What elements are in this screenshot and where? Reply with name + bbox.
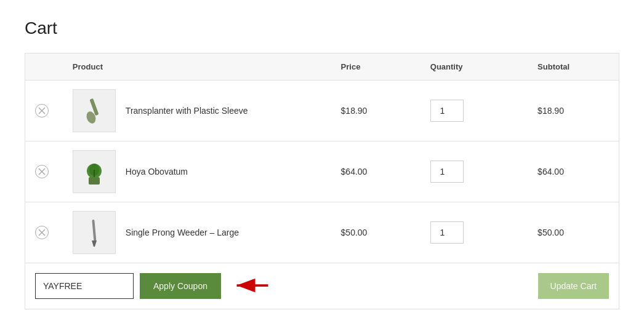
- table-row: Transplanter with Plastic Sleeve $18.90 …: [25, 81, 619, 141]
- update-cart-cell: Update Cart: [528, 263, 619, 309]
- table-header-row: Product Price Quantity Subtotal: [25, 54, 619, 81]
- coupon-area-cell: Apply Coupon: [25, 263, 421, 309]
- quantity-input-2[interactable]: [430, 221, 464, 244]
- quantity-cell-1: [421, 141, 528, 202]
- remove-button-2[interactable]: [35, 226, 49, 239]
- remove-cell-0: [25, 81, 63, 141]
- col-header-price: Price: [331, 54, 421, 81]
- update-cart-button[interactable]: Update Cart: [538, 273, 609, 299]
- quantity-input-0[interactable]: [430, 100, 464, 122]
- svg-rect-12: [92, 220, 96, 243]
- product-image-2: [73, 211, 116, 254]
- col-header-product: Product: [63, 54, 331, 81]
- col-header-subtotal: Subtotal: [528, 54, 619, 81]
- coupon-input[interactable]: [35, 273, 134, 299]
- price-cell-2: $50.00: [331, 202, 421, 263]
- remove-cell-2: [25, 202, 63, 263]
- table-row: Single Prong Weeder – Large $50.00 $50.0…: [25, 202, 619, 263]
- quantity-cell-2: [421, 202, 528, 263]
- quantity-input-1[interactable]: [430, 161, 464, 183]
- price-cell-1: $64.00: [331, 141, 421, 202]
- price-cell-0: $18.90: [331, 81, 421, 141]
- product-name-0: Transplanter with Plastic Sleeve: [126, 106, 248, 116]
- arrow-indicator: [232, 276, 269, 296]
- subtotal-cell-1: $64.00: [528, 141, 619, 202]
- coupon-area: Apply Coupon: [35, 273, 411, 299]
- col-header-quantity: Quantity: [421, 54, 528, 81]
- product-image-1: [73, 150, 116, 193]
- product-cell-2: Single Prong Weeder – Large: [63, 202, 331, 263]
- remove-cell-1: [25, 141, 63, 202]
- product-name-2: Single Prong Weeder – Large: [126, 228, 239, 237]
- table-row: Hoya Obovatum $64.00 $64.00: [25, 141, 619, 202]
- cart-table: Product Price Quantity Subtotal: [25, 53, 619, 309]
- product-name-1: Hoya Obovatum: [126, 167, 188, 177]
- empty-coupon-cell: [421, 263, 528, 309]
- coupon-row: Apply Coupon Upd: [25, 263, 619, 309]
- subtotal-cell-0: $18.90: [528, 81, 619, 141]
- product-image-0: [73, 89, 116, 132]
- col-header-remove: [25, 54, 63, 81]
- remove-button-0[interactable]: [35, 104, 49, 117]
- page-title: Cart: [25, 18, 619, 38]
- product-cell-0: Transplanter with Plastic Sleeve: [63, 81, 331, 141]
- subtotal-cell-2: $50.00: [528, 202, 619, 263]
- svg-marker-13: [92, 240, 97, 247]
- product-cell-1: Hoya Obovatum: [63, 141, 331, 202]
- quantity-cell-0: [421, 81, 528, 141]
- remove-button-1[interactable]: [35, 165, 49, 178]
- apply-coupon-button[interactable]: Apply Coupon: [140, 273, 221, 299]
